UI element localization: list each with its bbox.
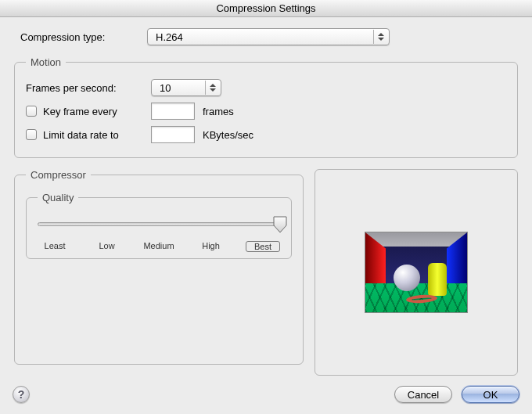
tick-medium: Medium bbox=[142, 241, 176, 252]
compressor-group: Compressor Quality Least bbox=[14, 169, 304, 365]
slider-thumb-icon[interactable] bbox=[273, 216, 287, 233]
keyframe-checkbox[interactable] bbox=[26, 106, 37, 117]
quality-group: Quality Least Low Medi bbox=[26, 192, 292, 259]
preview-panel bbox=[315, 169, 518, 376]
datarate-label: Limit data rate to bbox=[43, 129, 151, 141]
cancel-button[interactable]: Cancel bbox=[394, 386, 452, 403]
datarate-field[interactable] bbox=[151, 126, 195, 143]
quality-legend: Quality bbox=[38, 192, 78, 203]
tick-least: Least bbox=[38, 241, 72, 252]
fps-select[interactable]: 10 bbox=[151, 79, 221, 96]
keyframe-unit: frames bbox=[203, 106, 234, 117]
question-icon: ? bbox=[18, 388, 25, 401]
preview-image bbox=[365, 232, 468, 313]
fps-value: 10 bbox=[160, 82, 200, 94]
quality-slider[interactable] bbox=[38, 214, 280, 239]
keyframe-field[interactable] bbox=[151, 103, 195, 120]
keyframe-label: Key frame every bbox=[43, 106, 151, 117]
datarate-unit: KBytes/sec bbox=[203, 129, 253, 141]
slider-track bbox=[38, 222, 280, 226]
tick-best: Best bbox=[246, 241, 280, 252]
compression-type-select[interactable]: H.264 bbox=[147, 28, 390, 45]
compression-type-label: Compression type: bbox=[14, 31, 147, 43]
window-titlebar: Compression Settings bbox=[0, 0, 532, 17]
datarate-checkbox[interactable] bbox=[26, 129, 37, 140]
tick-low: Low bbox=[90, 241, 124, 252]
chevron-updown-icon bbox=[373, 30, 387, 44]
ok-button[interactable]: OK bbox=[462, 386, 519, 403]
motion-group: Motion Frames per second: 10 Key frame e… bbox=[14, 56, 518, 158]
chevron-updown-icon bbox=[205, 81, 219, 95]
motion-legend: Motion bbox=[26, 56, 66, 68]
compression-type-value: H.264 bbox=[156, 31, 368, 43]
window-title: Compression Settings bbox=[216, 2, 315, 14]
quality-ticks: Least Low Medium High Best bbox=[38, 241, 280, 252]
tick-high: High bbox=[194, 241, 228, 252]
help-button[interactable]: ? bbox=[13, 386, 30, 403]
fps-label: Frames per second: bbox=[26, 82, 151, 94]
compressor-legend: Compressor bbox=[26, 169, 91, 181]
